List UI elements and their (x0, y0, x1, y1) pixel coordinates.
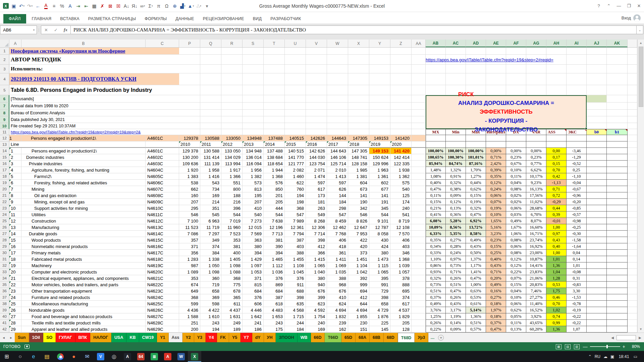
cell-AA12[interactable] (412, 135, 426, 141)
cell-Z24[interactable]: 541 (390, 212, 412, 218)
cell-Z14[interactable]: 141 420 (390, 148, 412, 154)
cell-V32[interactable]: 1 065 (306, 262, 327, 269)
cell-AE37[interactable]: 0,27% (486, 294, 506, 301)
panel-header-Min[interactable]: Min (446, 129, 466, 135)
cell-A9[interactable]: Data published July 30, 2021 (9, 116, 179, 123)
cell-P14[interactable]: 129 378 (179, 148, 200, 154)
cell-AD25[interactable]: 6,92% (466, 218, 486, 224)
cell-AC40[interactable]: 1,19% (446, 313, 466, 320)
cell-X28[interactable]: 422 (348, 237, 369, 243)
cell-X15[interactable]: 148 741 (348, 154, 369, 161)
cell-Y26[interactable]: 12 787 (369, 224, 390, 231)
cell-P32[interactable]: 987 (179, 262, 200, 269)
cell-AB41[interactable]: 0,26% (426, 320, 446, 326)
cell-V29[interactable]: 412 (306, 243, 327, 250)
cell-C34[interactable]: N4621C (146, 275, 179, 282)
panel-header-b0[interactable]: b0 (587, 129, 607, 135)
cell-A30[interactable]: 17 (9, 250, 21, 256)
column-header-T[interactable]: T (264, 40, 285, 47)
cell-A11[interactable]: https://apps.bea.gov/iTable/iTable.cfm?r… (9, 129, 179, 135)
cell-AK31[interactable] (607, 256, 628, 262)
cell-T13[interactable]: 2014 (264, 141, 285, 148)
cell-V8[interactable] (306, 110, 327, 116)
help-icon[interactable]: ? (594, 2, 604, 10)
cell-A13[interactable]: Line (9, 141, 21, 148)
cell-U2[interactable] (285, 55, 306, 65)
sheet-tab-KB[interactable]: KB (126, 333, 139, 342)
cell-C33[interactable]: N4620C (146, 269, 179, 275)
cell-Z7[interactable] (390, 103, 412, 110)
cell-AK39[interactable] (607, 307, 628, 313)
cell-S36[interactable]: 684 (243, 288, 264, 294)
cell-V22[interactable]: 181 (306, 199, 327, 205)
cell-R21[interactable]: 188 (221, 192, 243, 199)
cell-sliver-40[interactable] (628, 313, 637, 320)
cell-AA25[interactable] (412, 218, 426, 224)
cell-AJ16[interactable] (587, 161, 607, 167)
row-header-27[interactable]: 27 (0, 231, 9, 237)
cell-W5[interactable] (327, 85, 348, 95)
cell-sliver-19[interactable] (628, 180, 637, 186)
cell-U6[interactable] (285, 95, 306, 103)
cell-Y1[interactable] (369, 48, 390, 55)
cell-S6[interactable] (243, 95, 264, 103)
cell-AA35[interactable] (412, 282, 426, 288)
cell-AA28[interactable] (412, 237, 426, 243)
cell-P29[interactable]: 371 (179, 243, 200, 250)
cell-T17[interactable]: 1 944 (264, 167, 285, 173)
sheet-tab-ГУЛАГ[interactable]: ГУЛАГ (56, 333, 75, 342)
column-header-AK[interactable]: AK (607, 40, 628, 47)
cell-T12[interactable]: 137488 (264, 135, 285, 141)
cell-AA29[interactable] (412, 243, 426, 250)
autosum-icon[interactable]: Σ▾ (147, 2, 154, 10)
column-header-AJ[interactable]: AJ (587, 40, 607, 47)
cell-AF20[interactable]: 0,08% (506, 186, 526, 192)
cell-P36[interactable]: 649 (179, 288, 200, 294)
cell-W10[interactable] (327, 123, 348, 129)
vscode-icon[interactable]: V (94, 351, 107, 362)
cell-A15[interactable]: 2 (9, 154, 21, 161)
row-header-22[interactable]: 22 (0, 199, 9, 205)
display-icon[interactable]: ▣ (610, 354, 614, 359)
sort-za-icon[interactable]: Я↓ (131, 2, 138, 10)
cell-AI42[interactable]: 1,07 (567, 326, 587, 333)
cell-AC30[interactable]: 0,24% (446, 250, 466, 256)
cell-AI22[interactable]: -0,20 (567, 199, 587, 205)
cell-AE14[interactable]: 0,00% (486, 148, 506, 154)
cancel-icon[interactable]: ✕ (41, 27, 51, 33)
cell-sliver-18[interactable] (628, 173, 637, 180)
cell-AF14[interactable]: 0,00% (506, 148, 526, 154)
tray-expand-icon[interactable]: ⌃ (588, 354, 592, 359)
cell-B32[interactable]: Machinery (21, 262, 146, 269)
cell-V10[interactable] (306, 123, 327, 129)
cell-V35[interactable]: 940 (306, 282, 327, 288)
sheet-tab-CW19[interactable]: CW19 (139, 333, 157, 342)
cell-S10[interactable] (243, 123, 264, 129)
row-header-9[interactable]: 9 (0, 116, 9, 123)
cell-AA15[interactable] (412, 154, 426, 161)
cell-R4[interactable] (221, 73, 243, 85)
cell-U35[interactable]: 911 (285, 282, 306, 288)
cell-C39[interactable]: N4626C (146, 307, 179, 313)
cell-Z21[interactable]: 125 (390, 192, 412, 199)
cell-V27[interactable]: 7 714 (306, 231, 327, 237)
cell-sliver-25[interactable] (628, 218, 637, 224)
cell-A10[interactable]: File created Sep 29 2021 10:37AM (9, 123, 179, 129)
cell-R8[interactable] (221, 110, 243, 116)
cell-AK14[interactable] (607, 148, 628, 154)
cell-B37[interactable]: Furniture and related products (21, 294, 146, 301)
cell-AE32[interactable]: 0,43% (486, 262, 506, 269)
cell-S5[interactable] (243, 85, 264, 95)
cell-U28[interactable]: 387 (285, 237, 306, 243)
row-header-36[interactable]: 36 (0, 288, 9, 294)
cell-Y10[interactable] (369, 123, 390, 129)
cell-AC38[interactable]: 0,43% (446, 301, 466, 307)
cell-Y21[interactable]: 141 (369, 192, 390, 199)
cell-sliver-7[interactable] (628, 103, 637, 110)
cell-AC20[interactable]: 0,38% (446, 186, 466, 192)
cell-Y8[interactable] (369, 110, 390, 116)
cell-AH25[interactable]: -0,01 (546, 218, 567, 224)
cell-Y15[interactable]: 150 624 (369, 154, 390, 161)
cell-R23[interactable]: 396 (221, 205, 243, 212)
cell-A34[interactable]: 21 (9, 275, 21, 282)
